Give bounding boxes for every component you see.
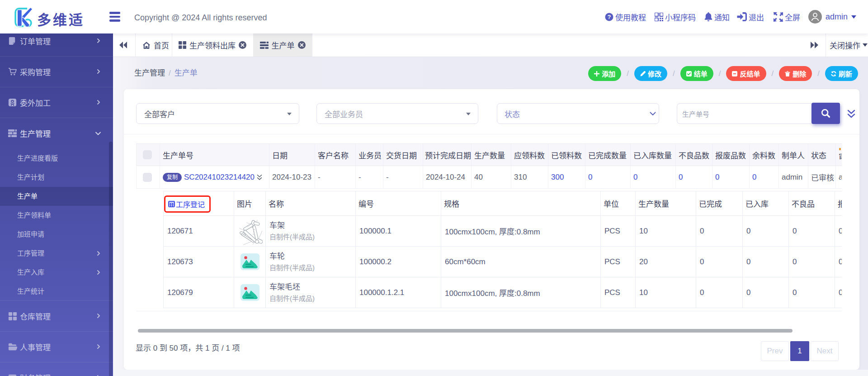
- svg-text:?: ?: [608, 14, 611, 20]
